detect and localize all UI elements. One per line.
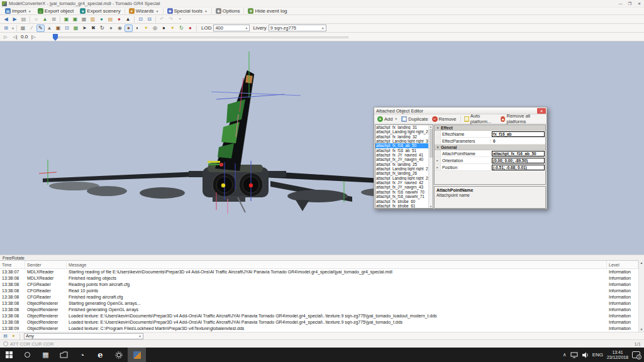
column-sender[interactable]: Sender — [25, 261, 67, 268]
calculator-button[interactable]: ▦ — [36, 348, 55, 362]
export-object-button[interactable]: ⌂ Export object — [35, 8, 77, 15]
property-row-effectparameters[interactable]: EffectParameters 0 — [435, 138, 545, 145]
list-item[interactable]: attachpt_fx_landing_31 — [375, 125, 428, 129]
file-explorer-button[interactable] — [55, 348, 73, 362]
import-button[interactable]: ▤ Import▼ — [2, 8, 35, 15]
list-item[interactable]: attachpt_fx_JY_navgrn_43 — [375, 185, 428, 189]
orientation-value[interactable]: (0.00; 0.00; -89.50) — [492, 158, 545, 163]
duplicate-button[interactable]: ▣ Duplicate — [400, 115, 429, 123]
attachpoint-list[interactable]: attachpt_fx_landing_31 attachpt_Landing … — [375, 124, 433, 209]
forward-icon[interactable]: ▶ — [11, 16, 19, 23]
options-button[interactable]: ✚ Options — [213, 8, 243, 15]
auto-platform-button[interactable]: ▤ Auto platform... — [463, 115, 498, 123]
table-row[interactable]: 13:38:08ObjectRendererLoaded texture: E:… — [0, 319, 644, 326]
monitor-icon[interactable]: ⊡ — [63, 25, 71, 32]
maximize-button[interactable]: ❐ — [625, 1, 635, 7]
bomb-icon[interactable]: ● — [186, 25, 194, 32]
edge-button[interactable]: e — [91, 348, 109, 362]
back-icon[interactable]: ◀ — [2, 16, 10, 23]
list-item[interactable]: attachpt_Landing light right_30 — [375, 139, 428, 143]
redo-icon[interactable]: ↷ — [167, 16, 175, 23]
column-message[interactable]: Message — [67, 261, 607, 268]
list-item[interactable]: attachpt_fx_JY_navred_41 — [375, 153, 428, 157]
scrollbar-thumb[interactable] — [430, 129, 433, 158]
table-row[interactable]: 13:38:08MDLXReaderFinished reading objec… — [0, 275, 644, 282]
log-scrollbar[interactable]: ▲ ▼ — [638, 260, 644, 332]
property-row-orientation[interactable]: ▸ Orientation (0.00; 0.00; -89.50) — [435, 157, 545, 164]
table-row[interactable]: 13:38:08CFGReaderRead 10 pointsInformati… — [0, 288, 644, 294]
material-box-icon[interactable]: ▣ — [54, 25, 62, 32]
undo-icon[interactable]: ↶ — [158, 16, 166, 23]
delete-tool-icon[interactable]: ✖ — [89, 25, 97, 32]
hand-icon[interactable]: ✦ — [169, 25, 177, 32]
material-icon[interactable]: ● — [115, 16, 123, 23]
taskbar-clock[interactable]: 13:41 23/12/2018 — [607, 350, 628, 359]
expand-icon[interactable]: ▸ — [435, 157, 441, 163]
language-indicator[interactable]: ENG — [592, 352, 603, 358]
list-item[interactable]: attachpt_Landing light right_27 — [375, 167, 428, 171]
filmstrip-icon[interactable]: ▦ — [80, 16, 88, 23]
sphere-dotted-icon[interactable]: ◉ — [116, 25, 124, 32]
broom-icon[interactable]: ✦ — [10, 333, 17, 339]
property-row-position[interactable]: ▸ Position (-0.51; -0.68; 0.01) — [435, 164, 545, 171]
list-item[interactable]: attachpt_Landing light right_28 — [375, 176, 428, 180]
settings-button[interactable] — [109, 348, 128, 362]
effectname-value[interactable]: fx_f16_ab — [492, 131, 545, 137]
list-item[interactable]: attachpt_fx_JY_navred_42 — [375, 180, 428, 185]
special-tools-button[interactable]: ✚ Special tools▼ — [164, 8, 211, 15]
folder-export-icon[interactable]: ▤ — [106, 16, 114, 23]
search-icon[interactable]: ○ — [32, 16, 40, 23]
table-row[interactable]: 13:38:08CFGReaderFinished reading aircra… — [0, 294, 644, 300]
hide-event-log-button[interactable]: ▼ Hide event log — [245, 8, 290, 15]
list-item[interactable]: attachpt_fx_JY_navgrn_40 — [375, 157, 428, 162]
animation-slider-track[interactable] — [55, 36, 348, 38]
texture-icon[interactable]: ▣ — [62, 16, 70, 23]
sphere-brown-icon[interactable]: ● — [125, 25, 133, 32]
list-scrollbar[interactable]: ▲ ▼ — [428, 125, 433, 208]
attachpoint-editor-icon[interactable]: ✎ — [36, 25, 45, 32]
orb-icon[interactable]: ● — [160, 25, 168, 32]
export-scenery-button[interactable]: ● Export scenery — [77, 8, 123, 15]
viewport-3d[interactable]: Attached Object Editor ✕ + Add ▼ ▣ Dupli… — [0, 41, 644, 255]
table-row[interactable]: 13:38:09ObjectRendererLoaded texture: C:… — [0, 326, 644, 332]
step-forward-button[interactable]: |▷ — [30, 33, 37, 40]
attachpointname-value[interactable]: attachpt_fx_f16_ab_50 — [492, 151, 545, 156]
speaker-icon[interactable] — [582, 352, 589, 358]
table-row[interactable]: 13:38:07MDLXReaderStarting reading of fi… — [0, 269, 644, 275]
list-item-selected[interactable]: attachpt_fx_f16_ab_50 — [375, 143, 428, 148]
expand-icon[interactable]: ▸ — [435, 164, 441, 170]
list-item[interactable]: attachpt_fx_f16_ab_51 — [375, 148, 428, 153]
property-row-attachpointname[interactable]: AttachPointName attachpt_fx_f16_ab_50 — [435, 150, 545, 157]
table-row[interactable]: 13:38:08ObjectRendererFinished generatin… — [0, 307, 644, 313]
list-item[interactable]: attachpt_fx_landing_25 — [375, 162, 428, 167]
polygon-icon[interactable]: ▲ — [45, 25, 53, 32]
list-item[interactable]: attachpt_fx_landing_32 — [375, 134, 428, 139]
clock-icon[interactable]: ◔ — [175, 16, 184, 23]
modelconverterx-taskbar-button[interactable] — [128, 348, 146, 362]
refresh-icon[interactable]: ↻ — [177, 25, 186, 32]
target-icon[interactable]: ◎ — [151, 25, 159, 32]
arrow-tool-icon[interactable]: ➤ — [80, 25, 89, 32]
effectparameters-value[interactable]: 0 — [492, 139, 496, 143]
export-up-icon[interactable]: ▲ — [41, 16, 49, 23]
browser-button[interactable]: ◔ — [73, 348, 91, 362]
monitor-dual-icon[interactable]: ⊟ — [145, 16, 153, 23]
category-effect[interactable]: ∨ Effect — [435, 125, 545, 131]
monitor-icon[interactable]: ⊡ — [136, 16, 145, 23]
scroll-down-icon[interactable]: ▼ — [640, 327, 643, 331]
remove-button[interactable]: − Remove — [431, 115, 458, 123]
grid-icon[interactable]: ▦ — [19, 25, 27, 32]
sphere-dark-icon[interactable]: ◐ — [133, 25, 142, 32]
ground-icon[interactable]: ▦ — [72, 25, 80, 32]
list-item[interactable]: attachpt_fx_f16_navwhi_70 — [375, 190, 428, 194]
add-button[interactable]: + Add ▼ — [376, 115, 399, 123]
level-filter-dropdown[interactable]: Any ▼ — [24, 333, 143, 339]
rotate-tool-icon[interactable]: ↻ — [98, 25, 106, 32]
start-button[interactable] — [0, 348, 18, 362]
texture-icon[interactable]: ▣ — [71, 16, 79, 23]
fit-view-icon[interactable]: ⊞ — [2, 25, 10, 32]
livery-dropdown[interactable]: 9 sqn-zg775 ▼ — [269, 25, 326, 31]
minimize-button[interactable]: — — [616, 1, 625, 7]
figure-icon[interactable]: ▲ — [124, 16, 132, 23]
list-item[interactable]: attachpt_fx_f16_navwhi_71 — [375, 194, 428, 199]
